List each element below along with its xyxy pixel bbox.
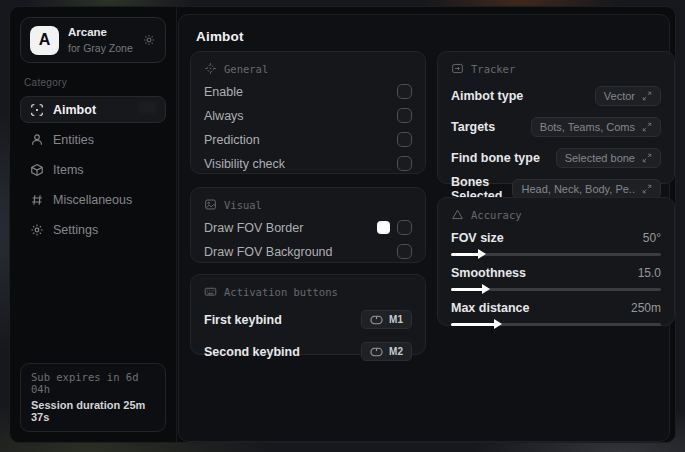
- crosshair-icon: [204, 62, 217, 75]
- setting-label: First keybind: [204, 313, 282, 327]
- sidebar: A Arcane for Gray Zone Category: [10, 7, 177, 442]
- setting-label: Find bone type: [451, 151, 540, 165]
- card-title: General: [224, 63, 268, 75]
- keyboard-icon: [204, 285, 217, 298]
- slider-value: 250m: [631, 301, 661, 315]
- sidebar-item-label: Entities: [53, 133, 94, 147]
- setting-label: Visibility check: [204, 157, 285, 171]
- card-title: Tracker: [471, 63, 515, 75]
- setting-label: Second keybind: [204, 345, 300, 359]
- card-accuracy: Accuracy FOV size 50° Smoothness 15.0: [437, 197, 675, 326]
- sidebar-item-label: Settings: [53, 223, 98, 237]
- keybind-value: M1: [389, 314, 403, 325]
- sidebar-item-entities[interactable]: Entities: [20, 126, 166, 153]
- setting-label: Aimbot type: [451, 89, 523, 103]
- fov-size-slider[interactable]: [451, 253, 661, 256]
- setting-row: Visibility check: [204, 156, 412, 171]
- expand-icon: [642, 153, 652, 163]
- aimbot-type-dropdown[interactable]: Vector: [595, 86, 661, 106]
- card-tracker: Tracker Aimbot type Vector Targets Bots,…: [437, 51, 675, 184]
- subscription-info: Sub expires in 6d 04h Session duration 2…: [20, 363, 166, 432]
- bones-selected-dropdown[interactable]: Head, Neck, Body, Pe..: [512, 179, 661, 199]
- dropdown-value: Head, Neck, Body, Pe..: [521, 183, 635, 195]
- setting-row: Prediction: [204, 132, 412, 147]
- setting-row: First keybind M1: [204, 310, 412, 329]
- keybind-value: M2: [389, 346, 403, 357]
- setting-row: Bones Selected Head, Neck, Body, Pe..: [451, 178, 661, 199]
- hash-icon: [30, 193, 44, 207]
- slider-thumb[interactable]: [494, 319, 502, 329]
- sidebar-item-aimbot[interactable]: Aimbot ░░░: [20, 96, 166, 123]
- slider-value: 50°: [643, 231, 661, 245]
- setting-row: Always: [204, 108, 412, 123]
- main-panel: Aimbot General Enable Always: [178, 14, 670, 442]
- setting-row: Find bone type Selected bone: [451, 147, 661, 168]
- dropdown-value: Vector: [604, 90, 635, 102]
- setting-label: Targets: [451, 120, 495, 134]
- app-subtitle: for Gray Zone: [68, 42, 133, 54]
- find-bone-type-dropdown[interactable]: Selected bone: [556, 148, 661, 168]
- sidebar-item-miscellaneous[interactable]: Miscellaneous: [20, 186, 166, 213]
- sub-expiry-text: Sub expires in 6d 04h: [31, 371, 155, 395]
- gear-icon[interactable]: [142, 33, 156, 47]
- setting-label: Draw FOV Background: [204, 245, 333, 259]
- category-label: Category: [24, 77, 162, 88]
- enable-checkbox[interactable]: [397, 84, 412, 99]
- mouse-icon: [370, 315, 383, 325]
- fov-border-color-swatch[interactable]: [377, 221, 390, 234]
- setting-row: Targets Bots, Teams, Coms: [451, 116, 661, 137]
- second-keybind-button[interactable]: M2: [361, 342, 412, 361]
- card-title: Activation buttons: [224, 286, 338, 298]
- setting-row: Aimbot type Vector: [451, 85, 661, 106]
- setting-label: Draw FOV Border: [204, 221, 303, 235]
- app-window: A Arcane for Gray Zone Category: [9, 6, 676, 443]
- max-distance-slider[interactable]: [451, 323, 661, 326]
- session-duration-text: Session duration 25m 37s: [31, 399, 155, 423]
- setting-label: Enable: [204, 85, 243, 99]
- slider-thumb[interactable]: [478, 249, 486, 259]
- expand-icon: [642, 184, 652, 194]
- slider-group: FOV size 50°: [451, 231, 661, 256]
- targets-dropdown[interactable]: Bots, Teams, Coms: [531, 117, 661, 137]
- mouse-icon: [370, 347, 383, 357]
- card-visual: Visual Draw FOV Border Draw FOV Backgrou…: [190, 187, 426, 263]
- tracker-icon: [451, 62, 464, 75]
- slider-thumb[interactable]: [482, 284, 490, 294]
- crosshair-icon: [30, 103, 44, 117]
- card-activation-buttons: Activation buttons First keybind M1 Seco…: [190, 274, 426, 355]
- smoothness-slider[interactable]: [451, 288, 661, 291]
- setting-label: Prediction: [204, 133, 260, 147]
- draw-fov-background-checkbox[interactable]: [397, 244, 412, 259]
- watermark: ░░░: [139, 102, 157, 113]
- setting-label: Max distance: [451, 301, 530, 315]
- gear-icon: [30, 223, 44, 237]
- setting-row: Draw FOV Background: [204, 244, 412, 259]
- card-title: Accuracy: [471, 209, 522, 221]
- card-title: Visual: [224, 199, 262, 211]
- page-title: Aimbot: [196, 29, 244, 44]
- app-logo: A: [30, 26, 59, 55]
- expand-icon: [642, 91, 652, 101]
- dropdown-value: Selected bone: [565, 152, 635, 164]
- draw-fov-border-checkbox[interactable]: [397, 220, 412, 235]
- always-checkbox[interactable]: [397, 108, 412, 123]
- setting-label: Smoothness: [451, 266, 526, 280]
- sidebar-item-items[interactable]: Items: [20, 156, 166, 183]
- sidebar-item-label: Items: [53, 163, 84, 177]
- entity-icon: [30, 133, 44, 147]
- sidebar-header: A Arcane for Gray Zone: [20, 17, 166, 63]
- prediction-checkbox[interactable]: [397, 132, 412, 147]
- visibility-check-checkbox[interactable]: [397, 156, 412, 171]
- image-icon: [204, 198, 217, 211]
- setting-label: Always: [204, 109, 244, 123]
- expand-icon: [642, 122, 652, 132]
- first-keybind-button[interactable]: M1: [361, 310, 412, 329]
- sidebar-item-settings[interactable]: Settings: [20, 216, 166, 243]
- card-general: General Enable Always Prediction Visibil…: [190, 51, 426, 174]
- slider-group: Max distance 250m: [451, 301, 661, 326]
- slider-value: 15.0: [638, 266, 661, 280]
- setting-row: Draw FOV Border: [204, 220, 412, 235]
- dropdown-value: Bots, Teams, Coms: [540, 121, 635, 133]
- app-name: Arcane: [68, 26, 133, 39]
- sidebar-nav: Aimbot ░░░ Entities: [20, 96, 166, 243]
